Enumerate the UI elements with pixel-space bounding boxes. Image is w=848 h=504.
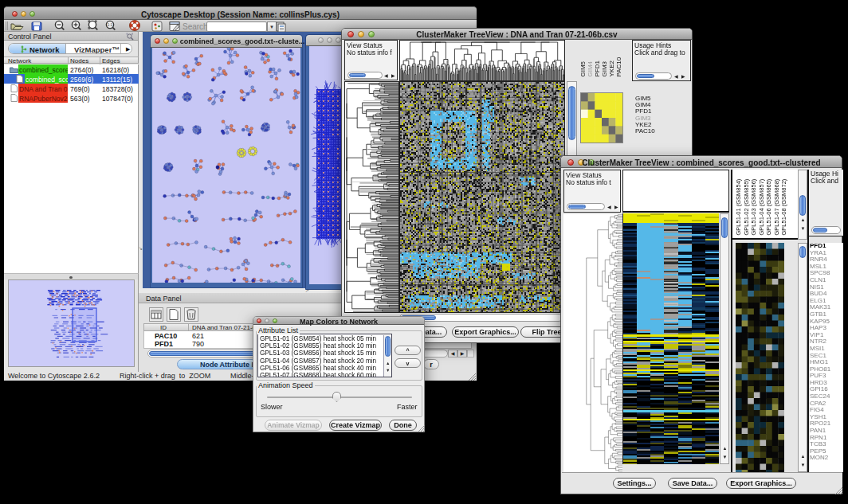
svg-text:1:1: 1:1: [108, 23, 113, 27]
